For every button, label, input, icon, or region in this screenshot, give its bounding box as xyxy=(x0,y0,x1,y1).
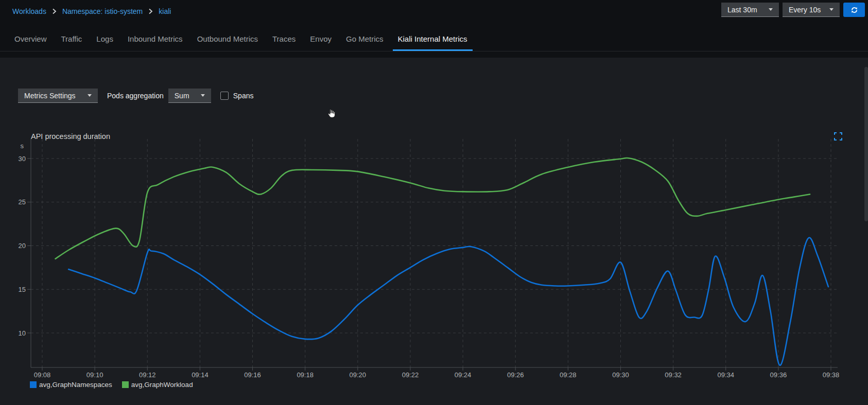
breadcrumb-link-kiali[interactable]: kiali xyxy=(159,7,171,15)
tab-traces[interactable]: Traces xyxy=(267,34,301,51)
chevron-right-icon xyxy=(148,8,153,14)
tab-traffic[interactable]: Traffic xyxy=(56,34,88,51)
caret-down-icon xyxy=(88,94,92,97)
aggregation-dropdown[interactable]: Sum xyxy=(168,89,211,103)
scrollbar[interactable] xyxy=(864,67,868,221)
metrics-settings-dropdown[interactable]: Metrics Settings xyxy=(18,89,98,103)
chart-title: API processing duration xyxy=(31,132,110,140)
refresh-interval-dropdown[interactable]: Every 10s xyxy=(783,3,840,17)
caret-down-icon xyxy=(769,8,773,11)
breadcrumb-link-workloads[interactable]: Workloads xyxy=(12,7,46,15)
legend-label: avg,GraphNamespaces xyxy=(39,381,112,389)
metrics-toolbar: Metrics Settings Pods aggregation Sum Sp… xyxy=(18,89,253,103)
duration-dropdown[interactable]: Last 30m xyxy=(721,3,779,17)
legend-item-avg-graphnamespaces[interactable]: avg,GraphNamespaces xyxy=(30,381,112,389)
caret-down-icon xyxy=(201,94,205,97)
expand-chart-button[interactable] xyxy=(834,132,842,140)
chevron-right-icon xyxy=(52,8,57,14)
legend-label: avg,GraphWorkload xyxy=(131,381,193,389)
tab-bar: OverviewTrafficLogsInbound MetricsOutbou… xyxy=(0,23,868,51)
legend-square-icon xyxy=(30,381,37,388)
refresh-interval-value: Every 10s xyxy=(789,6,821,14)
duration-value: Last 30m xyxy=(727,6,757,14)
caret-down-icon xyxy=(829,8,834,11)
metrics-settings-label: Metrics Settings xyxy=(24,92,76,100)
tab-envoy[interactable]: Envoy xyxy=(305,34,337,51)
breadcrumb-bar: WorkloadsNamespace: istio-systemkiali La… xyxy=(0,0,868,23)
legend-item-avg-graphworkload[interactable]: avg,GraphWorkload xyxy=(122,381,193,389)
tab-kiali-internal-metrics[interactable]: Kiali Internal Metrics xyxy=(393,34,473,51)
tab-go-metrics[interactable]: Go Metrics xyxy=(341,34,389,51)
expand-icon xyxy=(834,132,842,140)
legend-square-icon xyxy=(122,381,129,388)
breadcrumb: WorkloadsNamespace: istio-systemkiali xyxy=(12,0,171,23)
sync-icon xyxy=(850,6,858,14)
tab-inbound-metrics[interactable]: Inbound Metrics xyxy=(123,34,188,51)
breadcrumb-link-namespace-istio-system[interactable]: Namespace: istio-system xyxy=(62,7,143,15)
content-panel xyxy=(0,58,868,405)
aggregation-value: Sum xyxy=(175,92,189,100)
chart-legend: avg,GraphNamespacesavg,GraphWorkload xyxy=(30,381,193,389)
tab-outbound-metrics[interactable]: Outbound Metrics xyxy=(192,34,263,51)
spans-checkbox[interactable] xyxy=(220,92,229,100)
time-controls: Last 30m Every 10s xyxy=(721,3,865,17)
tab-logs[interactable]: Logs xyxy=(91,34,118,51)
refresh-button[interactable] xyxy=(843,3,865,17)
tab-overview[interactable]: Overview xyxy=(9,34,52,51)
spans-label: Spans xyxy=(233,92,254,100)
pods-aggregation-label: Pods aggregation xyxy=(107,92,164,100)
